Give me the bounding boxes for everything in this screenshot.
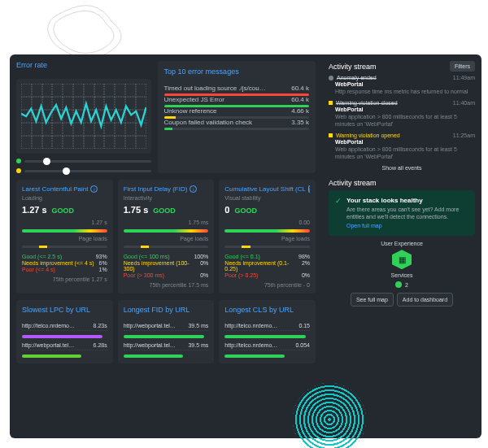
url-card-title: Longest CLS by URL [224,306,310,314]
event-row[interactable]: Warning violation closed 11:40am WebPort… [329,100,475,128]
metric-legend: Good (<= 100 ms)100%Needs improvement (1… [124,254,209,278]
metric-card: Cumulative Layout Shift (CL i Visual sta… [219,180,316,294]
metric-legend: Good (<= 2.5 s)93%Needs improvement (<= … [22,254,107,272]
info-icon[interactable]: i [190,185,197,193]
metric-card: First Input Delay (FID) i Interactivity … [118,180,215,294]
see-full-map-button[interactable]: See full map [351,293,394,307]
metric-sub: Loading [22,195,107,201]
url-card-title: Longest FID by URL [124,306,209,314]
info-icon[interactable]: i [90,185,98,193]
event-square-icon [329,133,333,137]
error-row[interactable]: Unknow reference4.66 k [164,107,309,119]
error-row[interactable]: Unexpected JS Error60.4 k [164,96,309,107]
metric-bar [224,229,310,233]
activity-title-2: Activity stream [329,179,377,187]
slider-dot-icon [16,168,21,173]
slider-1[interactable] [16,159,151,163]
ux-hex-icon[interactable]: ▦ [392,250,412,269]
user-experience-block: User Experience ▦ Services 2 [329,241,475,288]
metric-bar [124,229,209,233]
metric-sub: Interactivity [124,195,209,201]
url-row[interactable]: http://telco.nrdemo…0.15 [224,323,310,331]
add-to-dashboard-button[interactable]: Add to dashboard [397,293,453,307]
url-row[interactable]: http://webportal.tel…6.28s [22,342,107,350]
metric-bar [22,229,107,233]
metric-card: Larest Contentful Paint i Loading 1.27 s… [16,180,113,294]
healthy-banner: ✓ Your stack looks healthy Are there are… [329,190,475,236]
url-row[interactable]: http://webportal.tel…39.5 ms [124,342,209,350]
event-square-icon [329,101,333,105]
metric-sub: Visual stability [224,195,310,201]
show-all-link[interactable]: Show all events [329,165,475,171]
metric-legend: Good (<= 0.1)98%Needs improvement (0.1-0… [224,254,310,278]
healthy-head: Your stack looks healthy [346,197,423,204]
url-card: Longest CLS by URLhttp://telco.nrdemo…0.… [219,300,316,363]
error-rate-chart[interactable] [16,79,151,154]
url-row[interactable]: http://webportal.tel…39.5 ms [124,323,209,331]
slider-2[interactable] [16,168,151,173]
error-row[interactable]: Coupon failed validation check3.35 k [164,119,309,130]
url-row[interactable]: http://telco.nrdemo…0.054 [224,342,310,350]
service-count: 2 [405,282,408,288]
url-row[interactable]: http://telco.nrdemo…8.23s [22,323,107,331]
dashboard: Error rate Top 10 error messages Timed o… [10,54,481,438]
metric-name: First Input Delay (FID) i [124,185,209,193]
service-dot-icon [395,281,402,288]
left-column: Error rate Top 10 error messages Timed o… [10,54,322,438]
event-row[interactable]: Anomaly ended 11:49am WebPortal Http res… [329,75,475,95]
url-card-title: Slowest LPC by URL [22,306,107,314]
error-row[interactable]: Timed out loading source ./js/cou…60.4 k [164,85,309,96]
top-errors-card: Top 10 error messages Timed out loading … [158,61,316,173]
healthy-body: Are there areas you can't see yet? Add m… [346,207,459,220]
filters-button[interactable]: Filters [450,61,475,72]
open-full-map-link[interactable]: Open full map [346,222,468,229]
activity-title: Activity stream [329,63,377,71]
activity-stream-panel: Activity stream Filters Anomaly ended 11… [329,61,475,174]
services-label: Services [391,272,413,278]
activity-stream-2: Activity stream ✓ Your stack looks healt… [329,179,475,307]
metric-name: Cumulative Layout Shift (CL i [224,185,310,193]
metric-name: Larest Contentful Paint i [22,185,107,193]
url-card: Slowest LPC by URLhttp://telco.nrdemo…8.… [16,300,113,363]
event-row[interactable]: Warning violation opened 11:25am WebPort… [329,133,475,160]
url-card: Longest FID by URLhttp://webportal.tel…3… [118,300,215,363]
info-icon[interactable]: i [308,185,310,193]
ux-label: User Experience [381,241,423,246]
check-icon: ✓ [335,197,342,229]
error-rate-card: Error rate [16,61,151,173]
error-rate-title: Error rate [16,61,151,69]
top-errors-title: Top 10 error messages [164,67,309,76]
decorative-blob [293,383,366,448]
event-dot-icon [329,76,333,80]
right-column: Activity stream Filters Anomaly ended 11… [322,54,481,438]
slider-dot-icon [16,159,21,163]
